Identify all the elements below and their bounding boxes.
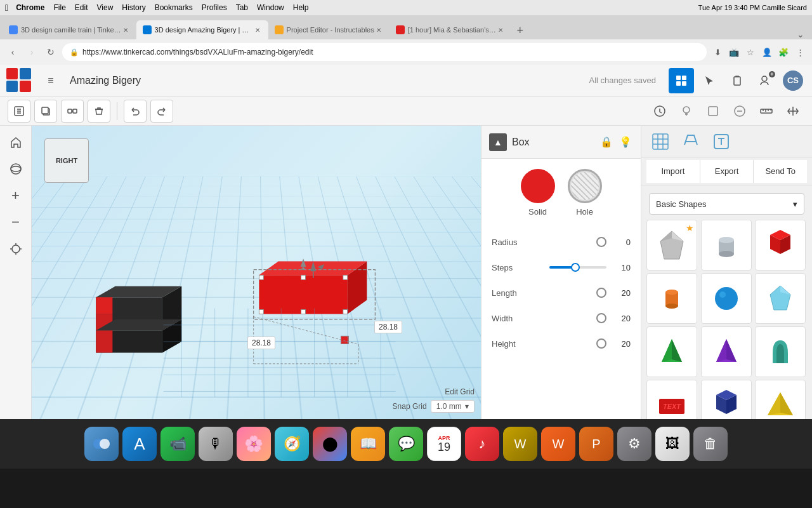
annotation-tool[interactable] [648, 100, 671, 123]
width-circle-icon[interactable] [596, 313, 606, 323]
menu-history[interactable]: History [122, 3, 145, 12]
shape-item-purple-pyramid[interactable] [701, 326, 752, 377]
grid-view-icon[interactable] [669, 68, 694, 93]
delete-button[interactable] [88, 100, 110, 123]
download-icon[interactable]: ⬇ [710, 45, 724, 59]
steps-slider[interactable] [549, 266, 607, 269]
fit-view-button[interactable] [4, 237, 27, 260]
tab-1-close[interactable]: ✕ [121, 25, 130, 34]
export-button[interactable]: Export [700, 160, 754, 183]
bookmark-icon[interactable]: ☆ [743, 45, 757, 59]
menu-help[interactable]: Help [293, 3, 309, 12]
shapes-tab-icon[interactable] [646, 128, 674, 156]
view-cube-box[interactable]: RIGHT [44, 138, 89, 183]
shape-item-pyramid[interactable] [646, 326, 697, 377]
dock-messages[interactable]: 💬 [389, 427, 423, 461]
group-button[interactable] [61, 100, 84, 123]
lock-icon[interactable]: 🔒 [599, 135, 614, 150]
dock-siri[interactable]: 🎙 [199, 427, 233, 461]
length-circle-icon[interactable] [596, 288, 606, 298]
new-tab-button[interactable]: + [511, 22, 529, 39]
3d-viewport[interactable]: RIGHT [32, 126, 481, 419]
snap-dropdown-arrow[interactable]: ▾ [465, 402, 469, 411]
import-button[interactable]: Import [646, 160, 700, 183]
dock-pages[interactable]: W [541, 427, 575, 461]
menu-items[interactable]: Chrome File Edit View History Bookmarks … [16, 3, 308, 12]
tab-4-close[interactable]: ✕ [496, 25, 505, 34]
shape-item-box[interactable] [755, 220, 806, 271]
shape-item-text[interactable]: TEXT [646, 380, 697, 419]
dock-ibooks[interactable]: 📖 [351, 427, 385, 461]
measure-tool[interactable] [728, 100, 751, 123]
shape-item-arch[interactable] [755, 326, 806, 377]
cast-icon[interactable]: 📺 [727, 45, 741, 59]
back-button[interactable]: ‹ [5, 44, 20, 60]
tab-3-close[interactable]: ✕ [374, 25, 383, 34]
cursor-icon[interactable] [697, 68, 722, 93]
steps-slider-row[interactable] [549, 266, 607, 269]
dock-photos[interactable]: 🌸 [237, 427, 271, 461]
profile-icon[interactable]: 👤 [760, 45, 774, 59]
dock-calendar[interactable]: APR 19 [427, 427, 461, 461]
zoom-in-button[interactable]: + [4, 184, 27, 207]
tab-4[interactable]: [1 hour] Mia & Sebastian's… ✕ [390, 20, 511, 39]
dock-settings[interactable]: ⚙ [617, 427, 652, 461]
home-view-button[interactable] [4, 131, 27, 154]
menu-file[interactable]: File [53, 3, 65, 12]
flip-tool[interactable] [782, 100, 804, 123]
send-to-button[interactable]: Send To [754, 160, 807, 183]
tab-3[interactable]: Project Editor - Instructables ✕ [268, 20, 390, 39]
shape-item-sphere[interactable] [701, 273, 752, 324]
new-object-button[interactable] [8, 100, 30, 123]
clipboard-icon[interactable] [724, 68, 750, 93]
hole-button[interactable]: Hole [568, 169, 602, 217]
duplicate-button[interactable] [34, 100, 57, 123]
address-input[interactable]: 🔒 https://www.tinkercad.com/things/bsdVX… [62, 43, 707, 61]
menu-view[interactable]: View [97, 3, 114, 12]
solid-button[interactable]: Solid [521, 169, 555, 217]
shapes-dropdown[interactable]: Basic Shapes ▾ [649, 193, 804, 215]
radius-circle-icon[interactable] [596, 237, 606, 247]
menu-window[interactable]: Window [257, 3, 284, 12]
add-user-icon[interactable]: + [752, 68, 778, 93]
dock-music[interactable]: ♪ [465, 427, 499, 461]
ruler-tool[interactable] [755, 100, 778, 123]
tab-2-close[interactable]: ✕ [253, 25, 262, 34]
dock-chrome[interactable]: ⬤ [313, 427, 347, 461]
menu-edit[interactable]: Edit [75, 3, 88, 12]
undo-button[interactable] [124, 100, 147, 123]
forward-button[interactable]: › [24, 44, 39, 60]
dock-word[interactable]: P [579, 427, 613, 461]
dock-safari[interactable]: 🧭 [275, 427, 309, 461]
menu-chrome[interactable]: Chrome [16, 3, 44, 12]
redo-button[interactable] [150, 100, 173, 123]
text-tab-icon[interactable] [707, 128, 735, 156]
dock-facetime[interactable]: 📹 [160, 427, 195, 461]
tab-2[interactable]: 3D design Amazing Bigery | Ti… ✕ [136, 20, 268, 39]
dock-trash[interactable]: 🗑 [693, 427, 728, 461]
shape-item-yellow-pyramid[interactable] [755, 380, 806, 419]
shape-item-crystal[interactable]: ★ [646, 220, 697, 271]
shape-item-orange-cylinder[interactable] [646, 273, 697, 324]
dock-appstore[interactable]: A [122, 427, 157, 461]
measure-tab-icon[interactable] [677, 128, 705, 156]
shape-item-irregular[interactable] [755, 273, 806, 324]
dock-preview[interactable]: 🖼 [655, 427, 690, 461]
dock-notes[interactable]: W [503, 427, 537, 461]
reload-button[interactable]: ↻ [43, 44, 58, 60]
dock-finder[interactable] [84, 427, 119, 461]
menu-grid-icon[interactable]: ≡ [38, 68, 63, 93]
tab-1[interactable]: 3D design camille train | Tinke… ✕ [3, 20, 136, 39]
shape-item-cylinder[interactable] [701, 220, 752, 271]
view-cube[interactable]: RIGHT [44, 138, 89, 183]
apple-menu[interactable]:  [5, 3, 8, 13]
edit-grid-button[interactable]: Edit Grid [445, 387, 475, 396]
zoom-out-button[interactable]: − [4, 211, 27, 234]
extension-icon[interactable]: 🧩 [776, 45, 790, 59]
tab-dropdown[interactable]: ⌄ [797, 29, 804, 39]
tinkercad-logo[interactable] [6, 68, 32, 93]
collapse-button[interactable]: ▲ [489, 133, 507, 151]
shape-item-dark-box[interactable] [701, 380, 752, 419]
orbit-tool[interactable] [4, 157, 27, 180]
menu-bookmarks[interactable]: Bookmarks [155, 3, 193, 12]
